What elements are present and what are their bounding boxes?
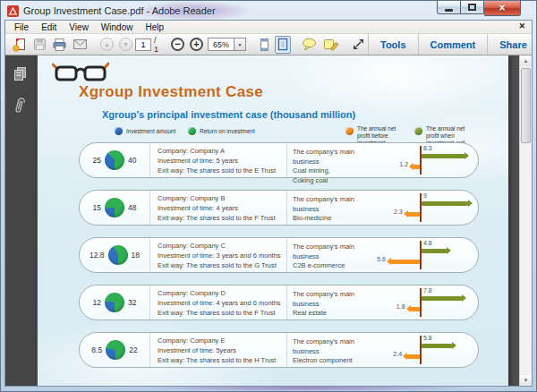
profit-after-label: 4.8 xyxy=(423,240,432,246)
maximize-icon xyxy=(468,4,476,11)
amounts-column: 25 40 xyxy=(80,143,149,177)
share-button[interactable]: Share xyxy=(487,34,537,55)
profit-chart: 5.8 2.4 xyxy=(372,333,478,367)
profit-after-label: 5.8 xyxy=(423,335,432,341)
business-line: C2B e-commerce xyxy=(293,261,372,271)
company-name: Company: Company E xyxy=(158,337,286,346)
menu-window[interactable]: Window xyxy=(95,22,140,32)
chart-axis xyxy=(420,146,422,175)
plus-icon: + xyxy=(190,38,203,51)
zoom-out-button[interactable]: − xyxy=(169,36,186,54)
return-amount: 40 xyxy=(128,156,136,165)
close-button[interactable]: × xyxy=(484,1,521,16)
page-number-input[interactable] xyxy=(135,38,151,51)
zoom-in-button[interactable]: + xyxy=(188,36,205,54)
business-title: The company's main business xyxy=(293,243,372,261)
legend-label: Return on investment xyxy=(200,125,255,135)
document-viewer: Xgroup Investment Case Xgroup's principa… xyxy=(5,55,532,386)
page-thumbnails-icon[interactable] xyxy=(13,66,28,85)
speech-bubble-icon xyxy=(302,38,318,51)
vertical-scrollbar[interactable]: ▲ ▼ xyxy=(519,55,532,386)
company-case-row: 12 32 Company: Company D Investment of t… xyxy=(79,285,479,320)
pie-chart xyxy=(105,293,124,312)
close-icon: × xyxy=(499,2,505,14)
menu-help[interactable]: Help xyxy=(139,22,170,32)
pie-chart xyxy=(105,150,124,170)
company-info-column: Company: Company A Investment of time: 5… xyxy=(149,143,286,177)
email-button[interactable] xyxy=(71,36,90,54)
toolbar-panels: Tools Comment Share xyxy=(368,34,537,55)
open-file-button[interactable] xyxy=(11,36,30,54)
investment-time: Investment of time: 4 years xyxy=(158,204,286,214)
legend-dot-green xyxy=(188,127,196,135)
investment-amount: 12.8 xyxy=(90,251,105,260)
fit-page-icon xyxy=(277,38,289,51)
scroll-up-arrow[interactable]: ▲ xyxy=(520,55,532,66)
next-page-button[interactable]: ▼ xyxy=(117,36,134,54)
zoom-level-value: 65% xyxy=(208,38,234,51)
menu-view[interactable]: View xyxy=(63,22,95,32)
amounts-column: 15 48 xyxy=(80,191,149,225)
fullscreen-button[interactable] xyxy=(350,36,367,54)
scrolling-mode-button[interactable] xyxy=(256,36,273,54)
business-title: The company's main business xyxy=(293,148,372,166)
tools-button[interactable]: Tools xyxy=(368,34,418,55)
annotate-button[interactable] xyxy=(321,36,341,54)
zoom-dropdown-button[interactable]: ▼ xyxy=(234,38,246,51)
investment-amount: 12 xyxy=(93,298,101,307)
profit-chart: 8.3 1.2 xyxy=(372,143,478,177)
comment-bubble-button[interactable] xyxy=(300,36,320,54)
business-column: The company's main business Real estate xyxy=(286,285,372,320)
return-amount: 48 xyxy=(128,203,136,212)
minimize-button[interactable] xyxy=(437,1,461,14)
profit-after-bar xyxy=(422,296,462,301)
save-button[interactable] xyxy=(31,36,48,54)
business-title: The company's main business xyxy=(293,337,372,356)
menubar-close-icon[interactable]: ✕ xyxy=(518,22,525,30)
company-info-column: Company: Company D Investment of time: 4… xyxy=(149,285,286,320)
profit-before-bar xyxy=(413,165,420,169)
profit-before-label: 1.2 xyxy=(395,161,408,167)
profit-chart: 4.8 5.6 xyxy=(372,238,478,272)
exit-way: Exit way: The shares sold to the G Trust xyxy=(158,261,286,271)
pie-chart xyxy=(105,198,124,217)
company-name: Company: Company A xyxy=(158,147,286,157)
profit-after-bar xyxy=(422,154,465,158)
comment-panel-button[interactable]: Comment xyxy=(418,34,488,55)
menu-edit[interactable]: Edit xyxy=(35,22,63,32)
maximize-button[interactable] xyxy=(461,1,484,14)
return-amount: 18 xyxy=(132,251,140,260)
profit-after-label: 7.8 xyxy=(423,287,432,294)
menu-file[interactable]: File xyxy=(8,22,35,32)
attachments-icon[interactable] xyxy=(13,97,27,119)
investment-time: Investment of time: 5years xyxy=(158,346,286,356)
amounts-column: 12 32 xyxy=(80,285,149,320)
legend-return-on-investment: Return on investment xyxy=(188,125,255,135)
minimize-icon xyxy=(445,9,453,12)
adobe-reader-window: Group Investment Case.pdf - Adobe Reader… xyxy=(0,0,537,392)
business-line: Coking coal xyxy=(293,176,372,186)
profit-before-bar xyxy=(407,354,420,359)
exit-way: Exit way: The shares sold to the H Trust xyxy=(158,356,286,366)
exit-way: Exit way: The shares sold to the F Trust xyxy=(158,309,286,319)
chart-axis xyxy=(420,241,422,269)
previous-page-button[interactable]: ▲ xyxy=(98,36,115,54)
print-button[interactable] xyxy=(50,36,69,54)
up-arrow-icon: ▲ xyxy=(100,38,114,51)
profit-before-label: 1.8 xyxy=(392,303,405,310)
scrollbar-thumb[interactable] xyxy=(521,68,531,143)
fit-page-button[interactable] xyxy=(275,36,291,54)
zoom-level-control[interactable]: 65% ▼ xyxy=(208,38,246,51)
legend-dot-blue xyxy=(115,127,123,135)
amounts-column: 12.8 18 xyxy=(80,238,149,272)
pdf-page: Xgroup Investment Case Xgroup's principa… xyxy=(38,55,508,386)
profit-before-label: 2.3 xyxy=(389,209,403,215)
pie-chart xyxy=(106,340,125,360)
chart-axis xyxy=(420,193,422,222)
profit-before-bar xyxy=(411,307,420,311)
investment-amount: 8.5 xyxy=(91,345,102,354)
scroll-down-arrow[interactable]: ▼ xyxy=(520,375,532,386)
company-info-column: Company: Company B Investment of time: 4… xyxy=(149,191,286,225)
note-pencil-icon xyxy=(323,38,339,51)
title-bar[interactable]: Group Investment Case.pdf - Adobe Reader… xyxy=(1,1,536,20)
